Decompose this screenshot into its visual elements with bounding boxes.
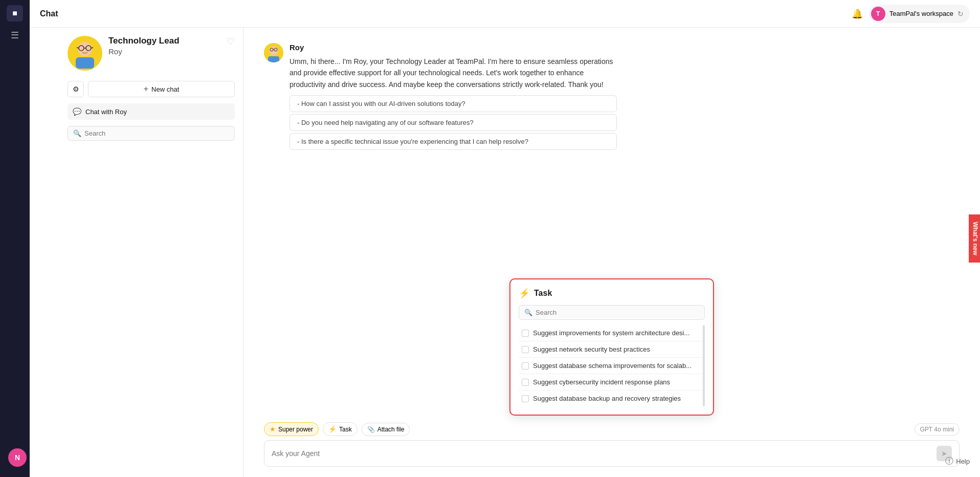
text-input-row: ➤ [264,440,960,467]
search-input[interactable] [84,129,229,137]
header-right: 🔔 T TeamPal's workspace ↻ [852,5,970,23]
message-row: Roy Umm, hi there... I'm Roy, your Techn… [264,43,960,150]
app-logo[interactable]: ■ [7,5,23,21]
settings-button[interactable]: ⚙ [68,81,84,97]
attach-file-button[interactable]: 📎 Attach file [362,423,410,436]
msg-avatar [264,43,283,62]
svg-point-0 [78,42,92,56]
task-list: Suggest improvements for system architec… [519,325,705,406]
hamburger-icon[interactable]: ☰ [9,28,21,43]
task-bolt-icon: ⚡ [519,288,530,299]
suggestion-item-1[interactable]: - How can I assist you with our AI-drive… [289,95,617,112]
user-initial: N [15,453,20,462]
agent-profile: Technology Lead Roy ♡ [68,36,235,71]
task-item-text-4: Suggest cybersecurity incident response … [533,378,702,386]
task-item-text-3: Suggest database schema improvements for… [533,362,702,370]
refresh-icon: ↻ [957,10,964,18]
whats-new-tab[interactable]: What's new [969,214,980,263]
bolt-icon: ⚡ [328,425,337,433]
gear-icon: ⚙ [73,85,79,93]
task-item-4[interactable]: Suggest cybersecurity incident response … [519,374,705,391]
task-item-5[interactable]: Suggest database backup and recovery str… [519,391,705,406]
workspace-avatar: T [871,7,885,21]
super-power-button[interactable]: ★ Super power [264,422,319,436]
task-item-text-1: Suggest improvements for system architec… [533,329,702,337]
page-title: Chat [40,9,852,18]
favorite-icon[interactable]: ♡ [227,36,235,47]
new-chat-row: ⚙ + New chat [68,81,235,97]
thin-sidebar: ■ ☰ [0,0,30,477]
plus-icon: + [144,84,148,94]
input-toolbar: ★ Super power ⚡ Task 📎 Attach file GPT 4… [264,422,960,436]
svg-line-5 [77,48,79,48]
task-popup: ⚡ Task 🔍 Suggest improvements for system… [509,278,714,416]
agent-role: Technology Lead [108,36,220,46]
task-label: Task [339,426,352,433]
task-popup-title: Task [534,289,552,298]
agent-name: Roy [108,47,220,56]
help-circle-icon: ⓘ [945,456,953,467]
search-box: 🔍 [68,126,235,141]
msg-text: Umm, hi there... I'm Roy, your Technolog… [289,56,617,90]
new-chat-label: New chat [151,85,179,93]
task-checkbox-4[interactable] [522,379,529,386]
chat-with-roy-item[interactable]: 💬 Chat with Roy [68,103,235,120]
workspace-name: TeamPal's workspace [889,10,953,17]
chat-with-label: Chat with Roy [85,108,127,116]
chat-bubble-icon: 💬 [73,107,81,116]
task-search-box: 🔍 [519,305,705,320]
agent-sidebar: Technology Lead Roy ♡ ⚙ + New chat 💬 Cha… [59,28,243,477]
notification-icon[interactable]: 🔔 [852,8,863,19]
task-checkbox-1[interactable] [522,330,529,337]
agent-info: Technology Lead Roy [108,36,220,56]
chat-input-area: ★ Super power ⚡ Task 📎 Attach file GPT 4… [243,422,980,477]
task-button[interactable]: ⚡ Task [323,422,358,436]
agent-avatar-svg [70,38,100,69]
workspace-button[interactable]: T TeamPal's workspace ↻ [869,5,970,23]
svg-point-8 [88,50,90,51]
search-icon: 🔍 [73,129,81,137]
task-item-2[interactable]: Suggest network security best practices [519,341,705,358]
task-search-input[interactable] [536,309,699,316]
task-item-1[interactable]: Suggest improvements for system architec… [519,325,705,341]
header: Chat 🔔 T TeamPal's workspace ↻ [30,0,980,28]
task-item-3[interactable]: Suggest database schema improvements for… [519,358,705,374]
task-list-wrap: Suggest improvements for system architec… [519,325,705,406]
new-chat-button[interactable]: + New chat [88,81,235,97]
task-checkbox-5[interactable] [522,395,529,402]
paperclip-icon: 📎 [367,426,375,433]
suggestion-item-2[interactable]: - Do you need help navigating any of our… [289,114,617,131]
suggestion-item-3[interactable]: - Is there a specific technical issue yo… [289,133,617,150]
task-search-icon: 🔍 [524,309,532,316]
task-checkbox-2[interactable] [522,346,529,353]
suggestion-items: - How can I assist you with our AI-drive… [289,95,960,150]
main-layout: Technology Lead Roy ♡ ⚙ + New chat 💬 Cha… [59,28,980,477]
help-label: Help [956,458,970,465]
svg-point-7 [80,50,82,51]
msg-agent-name: Roy [289,43,960,52]
super-power-label: Super power [278,426,313,433]
svg-rect-11 [268,56,279,62]
attach-label: Attach file [377,426,405,433]
task-scrollbar[interactable] [703,325,705,406]
task-item-text-5: Suggest database backup and recovery str… [533,395,702,402]
whats-new-label: What's new [972,222,979,255]
user-avatar[interactable]: N [8,448,27,467]
help-button[interactable]: ⓘ Help [945,456,970,467]
svg-rect-1 [76,57,94,69]
agent-avatar [68,36,102,71]
task-popup-header: ⚡ Task [519,288,705,299]
chat-area: Roy Umm, hi there... I'm Roy, your Techn… [243,28,980,477]
svg-line-6 [91,48,93,48]
task-checkbox-3[interactable] [522,362,529,370]
msg-content: Roy Umm, hi there... I'm Roy, your Techn… [289,43,960,150]
task-item-text-2: Suggest network security best practices [533,345,702,353]
star-icon: ★ [270,425,276,433]
chat-input[interactable] [272,449,937,458]
model-label: GPT 4o mini [915,423,960,436]
